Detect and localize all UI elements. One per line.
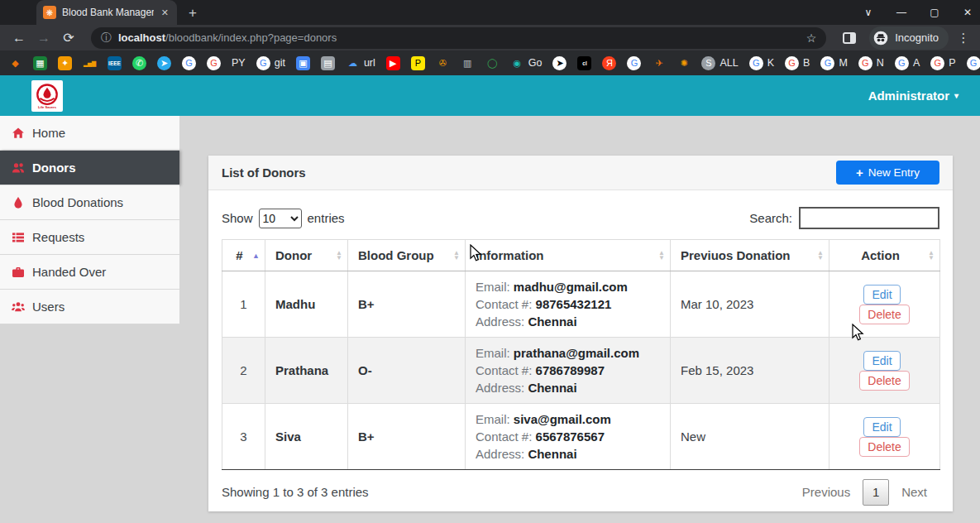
previous-page-button[interactable]: Previous bbox=[790, 478, 863, 506]
bookmark-star-icon[interactable]: ☆ bbox=[806, 31, 817, 45]
entries-select[interactable]: 10 bbox=[259, 209, 302, 228]
edit-button[interactable]: Edit bbox=[863, 417, 900, 437]
sidebar-item-home[interactable]: Home bbox=[0, 116, 179, 151]
bookmark-item[interactable]: G bbox=[627, 56, 641, 70]
cell-blood-group: B+ bbox=[348, 404, 466, 470]
user-dropdown[interactable]: Administrator ▾ bbox=[868, 89, 958, 103]
minimize-button[interactable]: — bbox=[896, 7, 907, 18]
back-button[interactable]: ← bbox=[8, 31, 30, 46]
bookmark-item[interactable]: ▂▅▇ bbox=[83, 56, 97, 70]
delete-button[interactable]: Delete bbox=[859, 371, 909, 391]
bookmark-item[interactable]: ✺ bbox=[676, 56, 691, 70]
delete-button[interactable]: Delete bbox=[859, 437, 909, 457]
sidebar-item-donors[interactable]: Donors bbox=[0, 151, 179, 185]
column-header-information[interactable]: Information▲▼ bbox=[466, 240, 671, 271]
cell-previous-donation: New bbox=[671, 404, 829, 470]
column-header-[interactable]: #▲ bbox=[222, 240, 265, 271]
bookmark-favicon-icon: ▥ bbox=[461, 56, 475, 70]
bookmark-item[interactable]: P bbox=[411, 56, 425, 70]
new-tab-button[interactable]: + bbox=[189, 5, 197, 22]
bookmark-item[interactable]: G bbox=[207, 56, 221, 70]
bookmark-item[interactable]: ◆ bbox=[8, 56, 22, 70]
info-field-value: 6786789987 bbox=[536, 363, 605, 377]
bookmark-item[interactable]: GK bbox=[749, 56, 774, 70]
bookmark-item[interactable]: ▶ bbox=[386, 56, 400, 70]
next-page-button[interactable]: Next bbox=[889, 478, 939, 506]
bookmark-item[interactable]: ◉Go bbox=[510, 56, 543, 70]
browser-menu-icon[interactable]: ⋮ bbox=[955, 31, 972, 46]
donor-row: 3SivaB+Email: siva@gmail.comContact #: 6… bbox=[222, 404, 940, 470]
bookmark-item[interactable]: cl bbox=[577, 56, 591, 70]
bookmark-item[interactable]: ➤ bbox=[552, 56, 566, 70]
bookmark-favicon-icon: ➤ bbox=[552, 56, 566, 70]
reload-button[interactable]: ⟳ bbox=[58, 30, 79, 46]
sidebar-item-blood-donations[interactable]: Blood Donations bbox=[0, 185, 179, 220]
bookmark-item[interactable]: GP bbox=[930, 56, 955, 70]
close-window-button[interactable]: ✕ bbox=[962, 7, 973, 18]
table-footer: Showing 1 to 3 of 3 entries Previous 1 N… bbox=[222, 478, 939, 506]
bookmark-item[interactable]: GM bbox=[820, 56, 847, 70]
edit-button[interactable]: Edit bbox=[863, 285, 900, 305]
bookmark-item[interactable]: ▣ bbox=[296, 56, 310, 70]
column-header-label: Information bbox=[476, 248, 544, 262]
bookmark-item[interactable]: ✈ bbox=[652, 56, 666, 70]
tab-title: Blood Bank Management System bbox=[62, 7, 154, 18]
browser-tab[interactable]: ❋ Blood Bank Management System ✕ bbox=[36, 0, 177, 25]
tab-search-icon[interactable]: ∨ bbox=[863, 7, 874, 18]
bookmark-item[interactable]: ➤ bbox=[157, 56, 171, 70]
bookmark-favicon-icon: cl bbox=[577, 56, 591, 70]
browser-toolbar: ← → ⟳ ⓘ localhost/bloodbank/index.php?pa… bbox=[0, 25, 980, 50]
bookmark-item[interactable]: GA bbox=[895, 56, 920, 70]
bookmark-item[interactable]: ◯ bbox=[485, 56, 500, 70]
bookmark-item[interactable]: GB bbox=[785, 56, 810, 70]
bookmark-item[interactable]: Ggit bbox=[256, 56, 285, 70]
maximize-button[interactable]: ▢ bbox=[929, 7, 940, 18]
bookmark-item[interactable]: ▤ bbox=[321, 56, 335, 70]
entries-label: entries bbox=[308, 211, 345, 225]
bookmark-favicon-icon: ▣ bbox=[296, 56, 310, 70]
donor-row: 1MadhuB+Email: madhu@gmail.comContact #:… bbox=[222, 271, 940, 338]
new-entry-button[interactable]: + New Entry bbox=[836, 161, 939, 185]
bookmark-favicon-icon: ◯ bbox=[485, 56, 500, 70]
tab-close-icon[interactable]: ✕ bbox=[160, 6, 170, 20]
bookmark-item[interactable]: ▦ bbox=[33, 56, 47, 70]
table-header-row: #▲Donor▲▼Blood Group▲▼Information▲▼Previ… bbox=[222, 240, 940, 271]
cell-row-number: 1 bbox=[222, 271, 265, 338]
sidebar-item-handed-over[interactable]: Handed Over bbox=[0, 255, 179, 290]
bookmark-item[interactable]: ▥ bbox=[461, 56, 475, 70]
sidebar-item-label: Blood Donations bbox=[32, 195, 123, 209]
column-header-blood-group[interactable]: Blood Group▲▼ bbox=[348, 240, 466, 271]
column-header-action[interactable]: Action▲▼ bbox=[829, 240, 940, 271]
bookmark-item[interactable]: ✇ bbox=[436, 56, 450, 70]
blood-bank-logo[interactable]: Life Savers bbox=[31, 80, 63, 112]
delete-button[interactable]: Delete bbox=[859, 305, 909, 324]
bookmark-item[interactable]: ☁url bbox=[346, 56, 375, 70]
bookmark-item[interactable]: GI bbox=[967, 56, 980, 70]
bookmark-item[interactable]: SALL bbox=[701, 56, 738, 70]
panel-title: List of Donors bbox=[222, 166, 306, 180]
forward-button[interactable]: → bbox=[33, 31, 55, 46]
column-header-donor[interactable]: Donor▲▼ bbox=[265, 240, 348, 271]
column-header-previuos-donation[interactable]: Previuos Donation▲▼ bbox=[671, 240, 829, 271]
requests-list-icon bbox=[12, 231, 25, 244]
bookmark-item[interactable]: GN bbox=[858, 56, 884, 70]
bookmark-item[interactable]: ✆ bbox=[132, 56, 146, 70]
side-panel-icon[interactable] bbox=[843, 32, 856, 44]
bookmark-item[interactable]: IEEE bbox=[108, 56, 122, 70]
bookmark-label: P bbox=[949, 57, 955, 69]
entries-summary: Showing 1 to 3 of 3 entries bbox=[222, 485, 369, 499]
edit-button[interactable]: Edit bbox=[863, 351, 900, 371]
search-input[interactable] bbox=[799, 207, 939, 229]
bookmark-label: K bbox=[767, 57, 774, 69]
bookmark-item[interactable]: G bbox=[182, 56, 196, 70]
address-bar[interactable]: ⓘ localhost/bloodbank/index.php?page=don… bbox=[91, 27, 826, 49]
bookmark-item[interactable]: Я bbox=[602, 56, 616, 70]
bookmark-item[interactable]: ✦ bbox=[58, 56, 72, 70]
current-page-button[interactable]: 1 bbox=[863, 479, 889, 506]
sidebar-item-users[interactable]: Users bbox=[0, 290, 179, 324]
sidebar-item-requests[interactable]: Requests bbox=[0, 220, 179, 255]
xampp-favicon-icon: ❋ bbox=[43, 6, 56, 19]
site-info-icon[interactable]: ⓘ bbox=[101, 31, 112, 46]
bookmark-item[interactable]: PY bbox=[232, 57, 246, 69]
column-header-label: Donor bbox=[275, 248, 312, 262]
